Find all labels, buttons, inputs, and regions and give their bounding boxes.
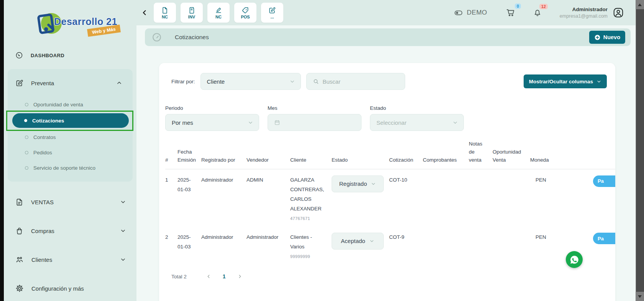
app-root: Desarrollo 21 Web y Más DASHBOARD Preven… xyxy=(0,0,644,301)
col-num: # xyxy=(165,140,177,169)
content-area: Filtrar por: Cliente Mostr xyxy=(136,46,636,301)
topbar-right: DEMO 0 12 xyxy=(453,6,624,19)
table-footer: Total 2 1 xyxy=(165,273,615,280)
logo-title: Desarrollo 21 xyxy=(54,16,117,27)
sub-item-label: Servicio de soporte técnico xyxy=(33,165,95,171)
state-select[interactable]: Seleccionar xyxy=(370,114,464,131)
cell-cliente: Clientes - Varios 99999999 xyxy=(290,227,332,263)
chevron-down-icon xyxy=(596,79,601,84)
app-logo[interactable]: Desarrollo 21 Web y Más xyxy=(4,0,136,41)
toggle-columns-label: Mostrar/Ocultar columnas xyxy=(529,79,593,84)
month-label: Mes xyxy=(268,105,361,111)
new-button[interactable]: Nuevo xyxy=(589,31,625,44)
scroll-up-arrow[interactable] xyxy=(636,0,644,9)
quotes-card: Filtrar por: Cliente Mostr xyxy=(159,63,615,301)
cell-vendedor: ADMIN xyxy=(246,169,290,227)
estado-dropdown[interactable]: Registrado xyxy=(332,175,384,192)
notification-count-badge: 12 xyxy=(539,4,548,9)
sidebar-collapse-icon[interactable] xyxy=(141,9,148,16)
sidebar-item-ventas[interactable]: VENTAS xyxy=(4,194,136,210)
demo-label: DEMO xyxy=(467,9,487,17)
notifications-button[interactable]: 12 xyxy=(533,8,542,17)
cart-button[interactable]: 0 xyxy=(506,8,515,17)
pagination-prev[interactable] xyxy=(206,274,211,279)
scroll-down-arrow[interactable] xyxy=(636,292,644,301)
sidebar-item-contratos[interactable]: Contratos xyxy=(8,129,133,145)
toggle-columns-button[interactable]: Mostrar/Ocultar columnas xyxy=(524,74,607,88)
quick-button-nc[interactable]: NC xyxy=(154,3,176,23)
state-label: Estado xyxy=(370,105,464,111)
toggle-icon xyxy=(453,8,463,17)
chevron-down-icon xyxy=(289,79,295,84)
estado-dropdown[interactable]: Aceptado xyxy=(332,233,384,250)
table-header-row: # Fecha Emisión Registrado por Vendedor … xyxy=(165,140,615,169)
cell-registrado: Administrador xyxy=(201,227,246,263)
cell-registrado: Administrador xyxy=(201,169,246,227)
search-icon xyxy=(313,78,319,85)
col-notas: Notas de venta xyxy=(469,140,493,169)
cliente-name: Clientes - Varios xyxy=(290,234,312,250)
filter-by-value: Cliente xyxy=(207,78,225,85)
sidebar-item-configuracion[interactable]: Configuración y más xyxy=(4,280,136,297)
edit-icon xyxy=(268,7,276,14)
pagination-page-1[interactable]: 1 xyxy=(223,273,226,280)
period-select[interactable]: Por mes xyxy=(165,114,259,131)
sidebar-item-preventa[interactable]: Preventa xyxy=(8,74,133,91)
quick-button-pos[interactable]: POS xyxy=(234,3,256,23)
page-title: Cotizaciones xyxy=(175,34,209,41)
filter-by-select[interactable]: Cliente xyxy=(200,73,301,90)
cart-count-badge: 0 xyxy=(515,3,521,9)
sidebar-item-label: DASHBOARD xyxy=(31,53,64,58)
sub-item-label: Contratos xyxy=(33,134,56,140)
period-value: Por mes xyxy=(172,119,193,126)
cell-oportunidad xyxy=(493,169,530,227)
whatsapp-button[interactable] xyxy=(566,251,583,268)
cell-comprobantes xyxy=(423,169,469,227)
cell-oportunidad xyxy=(493,227,530,263)
quick-button-label: INV xyxy=(188,15,195,19)
bullet-icon xyxy=(25,103,28,106)
chevron-down-icon xyxy=(120,228,126,233)
note-icon xyxy=(161,7,169,14)
vertical-scrollbar[interactable] xyxy=(636,0,644,301)
demo-toggle[interactable]: DEMO xyxy=(453,8,487,17)
chevron-down-icon xyxy=(120,257,126,262)
sidebar-item-servicio-soporte[interactable]: Servicio de soporte técnico xyxy=(8,160,133,175)
sidebar-item-dashboard[interactable]: DASHBOARD xyxy=(4,47,136,64)
sidebar: Desarrollo 21 Web y Más DASHBOARD Preven… xyxy=(4,0,136,301)
col-cotizacion: Cotización xyxy=(389,140,423,169)
col-vendedor: Vendedor xyxy=(246,140,290,169)
row-action-button[interactable]: Pa xyxy=(593,233,615,244)
quick-button-label: NC xyxy=(162,15,168,19)
pagination-next[interactable] xyxy=(237,274,243,279)
month-picker[interactable] xyxy=(268,114,361,131)
row-action-button[interactable]: Pa xyxy=(593,175,615,187)
search-box xyxy=(306,73,405,90)
sub-item-label: Oportunidad de venta xyxy=(33,102,83,108)
col-actions xyxy=(565,140,615,169)
sidebar-item-pedidos[interactable]: Pedidos xyxy=(8,145,133,160)
cell-cotizacion: COT-10 xyxy=(389,169,423,227)
quick-button-inv[interactable]: INV xyxy=(181,3,203,23)
sidebar-item-compras[interactable]: Compras xyxy=(4,222,136,239)
search-input[interactable] xyxy=(323,78,392,85)
cliente-doc: 99999999 xyxy=(290,254,325,260)
quick-button-nc2[interactable]: NC xyxy=(207,3,230,23)
sidebar-item-clientes[interactable]: Clientes xyxy=(4,251,136,268)
col-fecha: Fecha Emisión xyxy=(177,140,201,169)
col-estado: Estado xyxy=(332,140,389,169)
table-row: 2 2025-01-03 Administrador Administrador… xyxy=(165,227,615,263)
chevron-down-icon xyxy=(120,199,126,205)
chevron-down-icon xyxy=(452,120,458,126)
user-name: Administrador xyxy=(560,6,608,13)
scrollbar-thumb[interactable] xyxy=(636,9,644,292)
col-cliente: Cliente xyxy=(290,140,332,169)
sub-item-label: Pedidos xyxy=(33,150,52,155)
quick-button-more[interactable]: ... xyxy=(261,3,283,23)
cell-num: 1 xyxy=(165,169,177,227)
sidebar-item-label: Clientes xyxy=(31,256,52,263)
filter-by-label: Filtrar por: xyxy=(171,79,195,84)
avatar[interactable] xyxy=(613,7,624,18)
sidebar-item-oportunidad-de-venta[interactable]: Oportunidad de venta xyxy=(8,97,133,112)
sidebar-item-cotizaciones[interactable]: Cotizaciones xyxy=(12,113,129,128)
